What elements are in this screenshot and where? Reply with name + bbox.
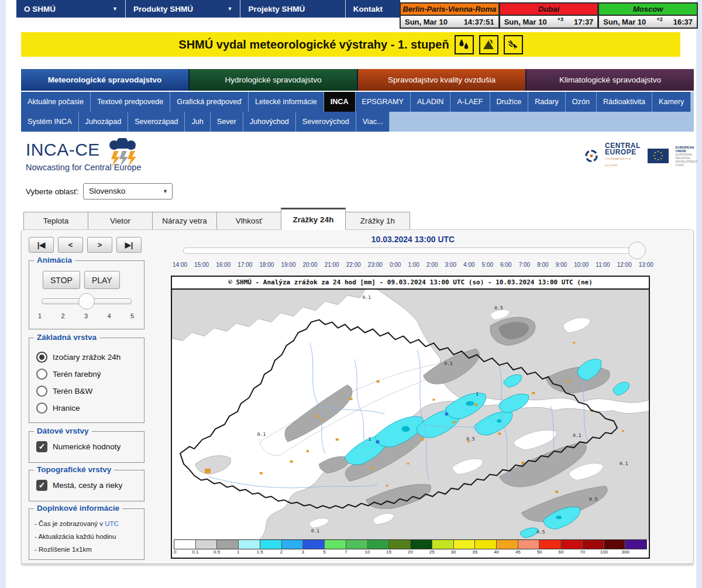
time-tick: 4:00 [463,262,474,268]
subnav-region-item[interactable]: Juh [185,112,210,132]
subnav-item[interactable]: Aktuálne počasie [21,92,91,112]
subnav-region-item[interactable]: Severovýchod [296,112,356,132]
top-nav-item[interactable]: Projekty SHMÚ ▼ [240,0,345,18]
checkbox-option[interactable]: Numerické hodnoty [36,441,121,452]
subnav-item[interactable]: Ozón [566,92,597,112]
top-nav-item[interactable]: Produkty SHMÚ ▼ [126,0,241,18]
play-button[interactable]: PLAY [84,271,120,289]
subnav-region-item[interactable]: Systém INCA [21,112,79,132]
time-slider[interactable] [183,247,644,254]
clock-date: Sun, Mar 10 [504,18,547,26]
radio-option[interactable]: Hranice [36,400,139,417]
stop-button[interactable]: STOP [43,271,80,289]
scale-segment [497,540,518,549]
scale-label: 100 [600,549,608,555]
checkbox-checked-icon[interactable] [36,480,47,491]
speed-tick-label: 4 [107,312,111,319]
top-nav-item[interactable]: O SHMÚ ▼ [16,0,126,18]
subnav-item[interactable]: Rádioaktivita [597,92,652,112]
checkbox-label: Numerické hodnoty [53,442,121,451]
snowdrift-warning-icon[interactable] [504,35,523,54]
checkbox-checked-icon[interactable] [36,441,47,452]
svg-text:0.1: 0.1 [573,433,581,438]
subnav-item[interactable]: EPSGRAMY [356,92,411,112]
base-layer-legend: Základná vrstva [34,333,99,342]
radio-option[interactable]: Terén farebný [36,366,139,383]
main-section-tab[interactable]: Klimatologické spravodajstvo [526,69,694,91]
step-button[interactable]: ▶| [116,237,142,253]
subnav-item[interactable]: Letecké informácie [249,92,324,112]
eu-text-line: EUROPEAN UNION [676,146,702,153]
time-tick: 19:00 [281,262,295,268]
scale-label: 3 [301,549,304,555]
subnav-item[interactable]: Grafická predpoveď [170,92,249,112]
weather-warning-banner[interactable]: SHMÚ vydal meteorologické výstrahy - 1. … [21,32,680,57]
step-button[interactable]: < [58,237,83,253]
animation-speed-slider[interactable] [42,298,132,304]
parameter-tab[interactable]: Nárazy vetra [152,212,217,230]
region-selector[interactable]: Slovensko ▼ [83,183,173,200]
subnav-region-item[interactable]: Juhovýchod [243,112,296,132]
step-button[interactable]: > [87,237,112,253]
subnav-region-item[interactable]: Viac... [356,112,390,132]
scale-label: 60 [558,549,563,555]
parameter-tabs: TeplotaVietorNárazy vetraVlhkosťZrážky 2… [23,208,410,230]
subnav-region-item[interactable]: Sever [211,112,243,132]
subnav-item[interactable]: A-LAEF [450,92,490,112]
avalanche-warning-icon[interactable] [479,35,498,54]
main-section-tab[interactable]: Hydrologické spravodajstvo [190,69,358,91]
utc-link[interactable]: UTC [105,520,119,527]
step-button[interactable]: |◀ [29,237,54,253]
radio-icon[interactable] [36,386,47,397]
subnav-region-item[interactable]: Severozápad [128,112,185,132]
clock-zone-name: Dubai [500,4,598,16]
radio-option[interactable]: Terén B&W [36,383,139,400]
parameter-tab[interactable]: Vietor [88,212,153,230]
eu-text-line: DEVELOPMENT FUND [676,160,702,167]
scale-label: 15 [386,549,391,555]
scale-label: 0.5 [214,549,220,555]
radio-icon[interactable] [36,352,47,363]
radio-label: Hranice [53,404,80,412]
top-nav-item[interactable]: Kontakt ▼ [346,0,400,18]
checkbox-option[interactable]: Mestá, cesty a rieky [36,480,122,491]
scale-segment [239,540,260,549]
subnav-item[interactable]: Kamery [652,92,691,112]
info-line-text: - Čas je zobrazovaný v [35,520,105,527]
map-image: 0.1 0.1 0.1 0.1 0.1 0.1 0.5 0.5 0.5 0.5 … [172,290,649,539]
scale-segment [196,540,218,549]
parameter-tab[interactable]: Zrážky 1h [345,212,410,230]
subnav-item[interactable]: Textové predpovede [91,92,170,112]
radio-icon[interactable] [36,369,47,380]
scale-label: 50 [537,549,542,555]
scale-segment [368,540,390,549]
parameter-tab[interactable]: Vlhkosť [216,212,281,230]
parameter-tab[interactable]: Zrážky 24h [281,208,346,230]
radio-option[interactable]: Izočiary zrážok 24h [36,349,139,366]
time-tick: 17:00 [238,262,252,268]
main-section-tab[interactable]: Spravodajstvo kvality ovzdušia [358,69,526,91]
subnav-region-item[interactable]: Juhozápad [79,112,129,132]
animation-speed-slider-handle[interactable] [78,293,95,310]
subnav-item[interactable]: INCA [324,92,356,112]
radio-icon[interactable] [36,403,47,414]
scale-label: 300 [622,549,629,555]
time-slider-handle[interactable] [628,242,646,259]
subnav-item[interactable]: ALADIN [411,92,451,112]
rain-warning-icon[interactable] [455,35,474,54]
precip-map-svg: 0.1 0.1 0.1 0.1 0.1 0.1 0.5 0.5 0.5 0.5 … [172,290,649,539]
top-nav-label: O SHMÚ [24,5,56,13]
time-tick: 8:00 [537,262,548,268]
svg-text:1: 1 [369,436,371,442]
scale-label: 0.1 [192,549,198,555]
scale-segment [411,540,432,549]
info-lines: - Čas je zobrazovaný v UTC - Aktualizáci… [35,517,119,556]
subnav-item[interactable]: Družice [490,92,529,112]
scale-segment [518,540,540,549]
current-time-label: 10.03.2024 13:00 UTC [174,235,652,244]
main-section-tab[interactable]: Meteorologické spravodajstvo [21,69,190,91]
subnav-item[interactable]: Radary [528,92,566,112]
parameter-tab[interactable]: Teplota [23,212,88,230]
top-nav-label: Produkty SHMÚ [133,5,193,13]
chevron-down-icon: ▼ [228,6,233,12]
